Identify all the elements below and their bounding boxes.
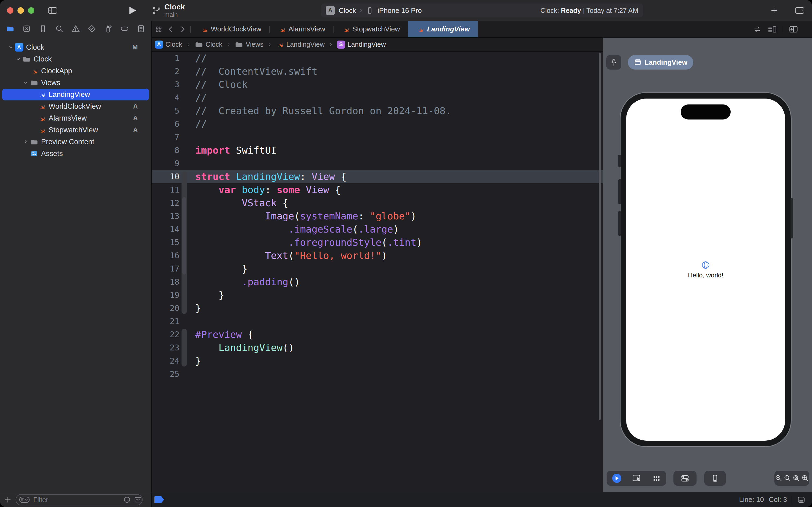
breakpoints-toggle-icon[interactable] [155,496,164,503]
code-line-12[interactable]: 12 VStack { [152,196,603,210]
tab-worldclockview[interactable]: WorldClockView [192,21,269,37]
line-number[interactable]: 25 [152,368,179,381]
tab-stopwatchview[interactable]: StopwatchView [334,21,408,37]
variants-mode-icon[interactable] [652,474,661,483]
device-icon[interactable] [711,474,719,483]
sidebar-item-views[interactable]: Views [0,77,151,89]
sidebar-item-preview-content[interactable]: Preview Content [0,136,151,148]
code-line-16[interactable]: 16 Text("Hello, world!") [152,249,603,262]
filter-input[interactable] [33,496,120,504]
code-line-21[interactable]: 21 [152,315,603,328]
sidebar-item-clock[interactable]: AClockM [0,41,151,53]
find-navigator-icon[interactable] [53,23,65,35]
zoom-in-icon[interactable] [801,474,809,482]
issues-navigator-icon[interactable] [70,23,81,35]
zoom-fit-icon[interactable] [793,474,801,482]
zoom-out-icon[interactable] [775,474,783,482]
tests-navigator-icon[interactable] [86,23,98,35]
line-number[interactable]: 1 [152,52,179,65]
code-line-15[interactable]: 15 .foregroundStyle(.tint) [152,236,603,249]
zoom-window-button[interactable] [28,7,35,14]
line-number[interactable]: 4 [152,91,179,104]
source-control-navigator-icon[interactable] [21,23,33,35]
sidebar-item-alarmsview[interactable]: AlarmsViewA [0,112,151,124]
toggle-navigator-icon[interactable] [47,6,58,15]
code-line-11[interactable]: 11 var body: some View { [152,183,603,196]
tab-alarmsview[interactable]: AlarmsView [270,21,333,37]
preview-device-button[interactable] [704,471,726,486]
editor-only-layout-icon[interactable] [797,496,806,504]
minimize-window-button[interactable] [17,7,24,14]
project-navigator-icon[interactable] [4,23,16,35]
preview-target-pill[interactable]: LandingView [628,55,693,69]
line-number[interactable]: 6 [152,117,179,130]
line-number[interactable]: 16 [152,249,179,262]
line-number[interactable]: 15 [152,236,179,249]
line-number[interactable]: 12 [152,196,179,210]
editor-options-icon[interactable] [767,25,777,34]
add-editor-icon[interactable] [789,25,799,34]
code-line-2[interactable]: 2// ContentView.swift [152,65,603,78]
scheme-name[interactable]: Clock [339,6,356,15]
code-line-19[interactable]: 19 } [152,288,603,301]
bookmarks-navigator-icon[interactable] [37,23,49,35]
line-number[interactable]: 19 [152,288,179,301]
line-number[interactable]: 17 [152,262,179,275]
code-line-4[interactable]: 4// [152,91,603,104]
zoom-actual-icon[interactable] [784,474,792,482]
code-review-icon[interactable] [753,25,762,34]
back-button[interactable] [167,25,175,33]
code-line-25[interactable]: 25 [152,368,603,381]
line-number[interactable]: 23 [152,341,179,354]
line-number[interactable]: 8 [152,144,179,157]
sidebar-item-clockapp[interactable]: ClockApp [0,65,151,77]
related-items-icon[interactable] [155,25,163,34]
code-line-1[interactable]: 1// [152,52,603,65]
chevron-down-icon[interactable] [7,44,14,50]
code-line-8[interactable]: 8import SwiftUI [152,144,603,157]
code-line-10[interactable]: 10struct LandingView: View { [152,170,603,183]
line-number[interactable]: 13 [152,210,179,223]
breadcrumb-item-landingview[interactable]: SLandingView [337,41,386,49]
line-number[interactable]: 9 [152,157,179,170]
line-number[interactable]: 3 [152,78,179,91]
chevron-right-icon[interactable] [22,139,30,145]
sidebar-item-assets[interactable]: Assets [0,148,151,160]
code-fold-ribbon[interactable] [181,329,187,367]
line-number[interactable]: 7 [152,130,179,144]
sidebar-item-stopwatchview[interactable]: StopwatchViewA [0,124,151,136]
sidebar-item-clock[interactable]: Clock [0,53,151,65]
line-number[interactable]: 20 [152,301,179,315]
reports-navigator-icon[interactable] [135,23,147,35]
forward-button[interactable] [179,25,187,33]
run-destination[interactable]: iPhone 16 Pro [378,6,422,15]
code-line-13[interactable]: 13 Image(systemName: "globe") [152,210,603,223]
toggle-inspector-icon[interactable] [794,6,805,15]
scheme-and-status-bar[interactable]: A Clock › iPhone 16 Pro Clock: Ready | T… [321,3,643,17]
recents-clock-icon[interactable] [123,496,131,504]
line-number[interactable]: 11 [152,183,179,196]
close-window-button[interactable] [7,7,13,14]
code-fold-ribbon[interactable] [182,197,186,274]
code-line-22[interactable]: 22#Preview { [152,328,603,341]
source-editor[interactable]: 1//2// ContentView.swift3// Clock4//5// … [152,52,603,492]
code-line-9[interactable]: 9 [152,157,603,170]
code-line-20[interactable]: 20} [152,301,603,315]
code-line-7[interactable]: 7 [152,130,603,144]
breadcrumb-item-landingview[interactable]: LandingView [276,41,325,49]
code-line-17[interactable]: 17 } [152,262,603,275]
line-number[interactable]: 18 [152,275,179,288]
sidebar-item-worldclockview[interactable]: WorldClockViewA [0,101,151,112]
preview-screen[interactable]: Hello, world! [626,99,785,441]
line-number[interactable]: 24 [152,354,179,368]
breadcrumb-item-views[interactable]: Views [235,40,264,49]
line-number[interactable]: 5 [152,104,179,117]
device-settings-icon[interactable] [680,473,690,483]
breadcrumb-item-clock[interactable]: AClock [155,41,182,49]
line-number[interactable]: 14 [152,223,179,236]
code-line-18[interactable]: 18 .padding() [152,275,603,288]
selectable-mode-icon[interactable] [632,474,642,483]
code-line-24[interactable]: 24} [152,354,603,368]
add-file-button[interactable] [4,496,12,504]
add-button[interactable] [770,6,778,14]
